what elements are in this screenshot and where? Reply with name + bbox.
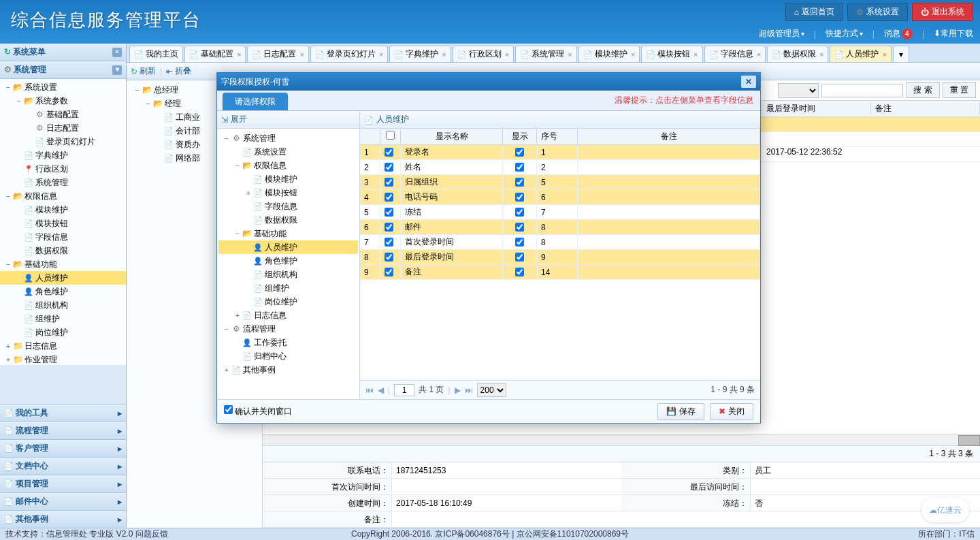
row-show-checkbox[interactable] — [503, 205, 537, 219]
tree-item-系统管理[interactable]: −系统管理 — [218, 131, 358, 145]
tree-toggle-icon[interactable]: + — [4, 343, 12, 350]
row-show-checkbox[interactable] — [503, 145, 537, 159]
modal-row[interactable]: 7首次登录时间8 — [360, 235, 760, 250]
tree-item-岗位维护[interactable]: 岗位维护 — [218, 295, 358, 308]
tree-toggle-icon[interactable]: − — [223, 325, 231, 333]
tab-人员维护[interactable]: 人员维护× — [830, 46, 891, 62]
pager-size-select[interactable]: 200 — [477, 383, 506, 397]
row-checkbox[interactable] — [380, 250, 401, 264]
tree-item-基础功能[interactable]: −基础功能 — [0, 257, 126, 271]
refresh-button[interactable]: 刷新 — [131, 65, 156, 77]
tree-toggle-icon[interactable]: − — [15, 97, 23, 105]
modal-row[interactable]: 9备注14 — [360, 265, 760, 280]
col-seq-header[interactable]: 序号 — [537, 129, 578, 144]
tab-系统管理[interactable]: 系统管理× — [515, 46, 576, 62]
tab-数据权限[interactable]: 数据权限× — [767, 46, 828, 62]
messages-link[interactable]: 消息4 — [884, 28, 913, 39]
tree-toggle-icon[interactable]: + — [233, 312, 242, 319]
modal-row[interactable]: 6邮件8 — [360, 220, 760, 235]
tree-toggle-icon[interactable]: − — [4, 193, 12, 200]
modal-row[interactable]: 5冻结7 — [360, 205, 760, 220]
modal-expand-bar[interactable]: 展开 — [217, 111, 359, 129]
col-show-header[interactable]: 显示 — [503, 129, 537, 144]
tab-close-icon[interactable]: × — [442, 50, 446, 59]
confirm-close-checkbox[interactable]: 确认并关闭窗口 — [224, 405, 292, 417]
accordion-流程管理[interactable]: 流程管理▸ — [0, 422, 126, 439]
tree-item-流程管理[interactable]: −流程管理 — [218, 322, 358, 336]
tab-close-icon[interactable]: × — [819, 50, 823, 59]
modal-close-button[interactable]: ✕ — [741, 76, 756, 88]
row-checkbox[interactable] — [380, 190, 401, 204]
modal-row[interactable]: 4电话号码6 — [360, 190, 760, 205]
accordion-项目管理[interactable]: 项目管理▸ — [0, 475, 126, 492]
col-name-header[interactable]: 显示名称 — [401, 129, 503, 144]
expand-icon[interactable]: ▸ — [118, 515, 122, 524]
home-button[interactable]: 返回首页 — [785, 3, 843, 21]
tab-模块按钮[interactable]: 模块按钮× — [641, 46, 702, 62]
tab-close-icon[interactable]: × — [299, 50, 304, 59]
tree-item-归档中心[interactable]: 归档中心 — [218, 349, 358, 363]
modal-titlebar[interactable]: 字段权限授权-何雪 ✕ — [217, 73, 760, 91]
col-checkbox-header[interactable] — [380, 129, 401, 144]
settings-button[interactable]: 系统设置 — [847, 3, 908, 21]
tab-close-icon[interactable]: × — [568, 50, 572, 59]
tab-日志配置[interactable]: 日志配置× — [247, 46, 308, 62]
tree-item-人员维护[interactable]: 人员维护 — [0, 271, 126, 285]
menu-header[interactable]: 系统菜单 « — [0, 44, 126, 61]
tree-item-组维护[interactable]: 组维护 — [0, 312, 126, 325]
tree-item-日志信息[interactable]: +日志信息 — [0, 339, 126, 353]
tree-item-权限信息[interactable]: −权限信息 — [218, 159, 358, 172]
tab-close-icon[interactable]: × — [757, 50, 761, 59]
tree-item-登录页幻灯片[interactable]: 登录页幻灯片 — [0, 135, 126, 148]
accordion-其他事例[interactable]: 其他事例▸ — [0, 510, 126, 528]
search-field-select[interactable] — [778, 83, 819, 98]
tree-item-系统设置[interactable]: 系统设置 — [218, 145, 358, 159]
row-checkbox[interactable] — [380, 205, 401, 219]
tab-登录页幻灯片[interactable]: 登录页幻灯片× — [310, 46, 388, 62]
tab-基础配置[interactable]: 基础配置× — [184, 46, 246, 62]
col-last-login[interactable]: 最后登录时间 — [762, 103, 871, 114]
close-button[interactable]: ✖关闭 — [710, 403, 753, 420]
tree-item-其他事例[interactable]: +其他事例 — [218, 363, 358, 377]
tree-toggle-icon[interactable]: − — [233, 230, 242, 238]
exit-button[interactable]: 退出系统 — [912, 3, 973, 21]
row-checkbox[interactable] — [380, 160, 401, 174]
tree-toggle-icon[interactable]: − — [133, 86, 142, 94]
tree-item-日志配置[interactable]: 日志配置 — [0, 121, 126, 135]
row-show-checkbox[interactable] — [503, 190, 537, 204]
accordion-文档中心[interactable]: 文档中心▸ — [0, 457, 126, 475]
row-checkbox[interactable] — [380, 220, 401, 234]
tree-item-组织机构[interactable]: 组织机构 — [0, 298, 126, 312]
tree-item-角色维护[interactable]: 角色维护 — [218, 254, 358, 268]
row-checkbox[interactable] — [380, 235, 401, 249]
tree-toggle-icon[interactable]: − — [223, 135, 231, 142]
tree-item-角色维护[interactable]: 角色维护 — [0, 285, 126, 298]
expand-icon[interactable]: ▸ — [118, 479, 122, 489]
row-checkbox[interactable] — [380, 265, 401, 279]
reset-button[interactable]: 重 置 — [943, 82, 976, 98]
tree-item-字段信息[interactable]: 字段信息 — [218, 200, 358, 213]
tab-overflow[interactable]: ▾ — [893, 46, 909, 62]
tree-item-组织机构[interactable]: 组织机构 — [218, 268, 358, 281]
tree-item-基础功能[interactable]: −基础功能 — [218, 227, 358, 240]
tree-item-字段信息[interactable]: 字段信息 — [0, 230, 126, 244]
tab-close-icon[interactable]: × — [882, 50, 886, 59]
row-checkbox[interactable] — [380, 175, 401, 189]
accordion-客户管理[interactable]: 客户管理▸ — [0, 439, 126, 457]
tab-close-icon[interactable]: × — [631, 50, 635, 59]
pager-next[interactable]: ▶ — [455, 385, 461, 395]
modal-row[interactable]: 3归属组织5 — [360, 175, 760, 190]
accordion-邮件中心[interactable]: 邮件中心▸ — [0, 492, 126, 510]
tree-item-组维护[interactable]: 组维护 — [218, 281, 358, 295]
tree-item-模块维护[interactable]: 模块维护 — [218, 172, 358, 186]
tree-item-系统参数[interactable]: −系统参数 — [0, 94, 126, 108]
collapse-icon[interactable]: « — [112, 48, 122, 57]
tab-close-icon[interactable]: × — [379, 50, 383, 59]
search-input[interactable] — [821, 84, 903, 97]
row-show-checkbox[interactable] — [503, 175, 537, 189]
tree-item-基础配置[interactable]: 基础配置 — [0, 108, 126, 121]
tab-行政区划[interactable]: 行政区划× — [453, 46, 514, 62]
tree-toggle-icon[interactable]: − — [4, 84, 12, 91]
tree-item-数据权限[interactable]: 数据权限 — [0, 244, 126, 257]
pager-first[interactable]: ⏮ — [365, 385, 374, 395]
